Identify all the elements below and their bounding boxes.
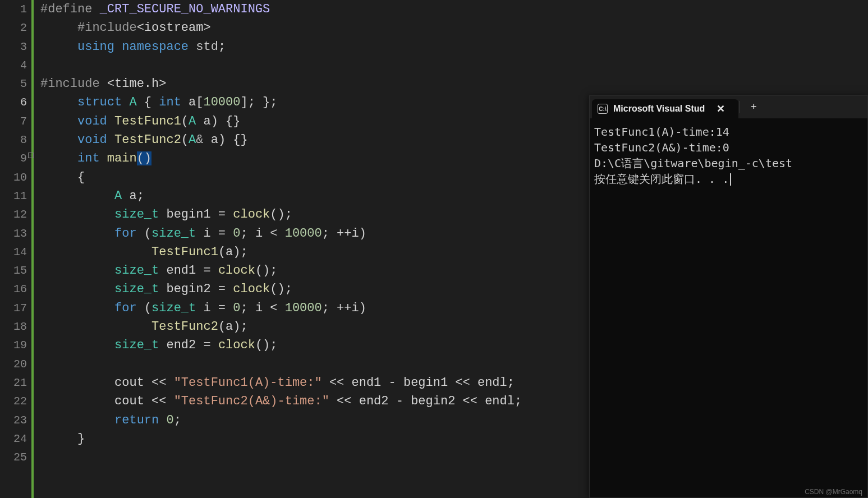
terminal-line: 按任意键关闭此窗口. . .: [594, 171, 863, 187]
terminal-titlebar[interactable]: C:\ Microsoft Visual Stud ✕ +: [590, 96, 867, 118]
code-line[interactable]: [40, 56, 868, 75]
line-number: 9: [0, 149, 27, 168]
terminal-line: D:\C语言\gitware\begin_-c\test: [594, 155, 863, 171]
terminal-output[interactable]: TestFunc1(A)-time:14TestFunc2(A&)-time:0…: [590, 118, 867, 497]
divider: [740, 101, 740, 113]
line-number: 15: [0, 261, 27, 280]
terminal-line: TestFunc1(A)-time:14: [594, 124, 863, 140]
line-number: 11: [0, 187, 27, 205]
watermark: CSDN @MrGaomq: [805, 488, 862, 496]
line-number: 10: [0, 168, 27, 187]
terminal-tab-title: Microsoft Visual Stud: [613, 104, 705, 114]
fold-collapse-icon[interactable]: −: [28, 153, 34, 158]
code-line[interactable]: #define _CRT_SECURE_NO_WARNINGS: [40, 0, 868, 19]
line-number: 16: [0, 280, 27, 298]
code-line[interactable]: #include <time.h>: [40, 75, 868, 93]
code-line[interactable]: #include<iostream>: [40, 19, 868, 37]
line-number: 12: [0, 205, 27, 224]
tab-close-button[interactable]: ✕: [710, 99, 731, 119]
line-number: 1: [0, 0, 27, 19]
line-number: 25: [0, 448, 27, 467]
line-number: 21: [0, 374, 27, 392]
line-number: 14: [0, 243, 27, 261]
terminal-window[interactable]: C:\ Microsoft Visual Stud ✕ + TestFunc1(…: [589, 95, 868, 498]
line-number: 6: [0, 93, 27, 112]
terminal-line: TestFunc2(A&)-time:0: [594, 140, 863, 155]
line-number: 19: [0, 336, 27, 354]
line-number: 17: [0, 299, 27, 317]
cmd-icon: C:\: [598, 104, 608, 114]
line-number: 23: [0, 411, 27, 430]
terminal-tab[interactable]: C:\ Microsoft Visual Stud ✕: [592, 99, 738, 118]
line-number: 22: [0, 392, 27, 411]
line-number: 13: [0, 224, 27, 243]
cursor: [730, 173, 731, 186]
line-number: 18: [0, 317, 27, 336]
line-number: 3: [0, 38, 27, 56]
line-number: 20: [0, 355, 27, 374]
line-number: 5: [0, 75, 27, 93]
line-number: 24: [0, 430, 27, 448]
line-number: 4: [0, 56, 27, 75]
line-number: 8: [0, 131, 27, 149]
line-number-gutter: 1234567891011121314151617181920212223242…: [0, 0, 31, 498]
new-tab-button[interactable]: +: [743, 97, 764, 117]
line-number: 2: [0, 19, 27, 37]
line-number: 7: [0, 112, 27, 131]
code-line[interactable]: using namespace std;: [40, 38, 868, 56]
